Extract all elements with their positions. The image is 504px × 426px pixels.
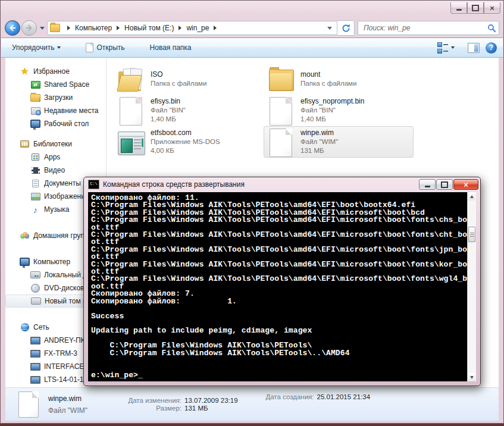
local-disk-icon: [30, 270, 40, 280]
cmd-icon: C:\: [88, 180, 99, 189]
sidebar-item-label: FX-TRM-3: [44, 349, 77, 358]
music-library-icon: ♪: [30, 205, 40, 214]
breadcrumb-separator-icon[interactable]: [117, 26, 120, 30]
dvd-drive-icon: [30, 283, 40, 293]
recent-places-icon: [30, 106, 40, 115]
scroll-down-button[interactable]: [468, 373, 475, 381]
star-icon: ★: [20, 67, 30, 76]
new-folder-button[interactable]: Новая папка: [145, 41, 196, 54]
console-minimize-button[interactable]: [419, 179, 436, 190]
details-file-type: Файл "WIM": [48, 405, 124, 416]
sidebar-item-desktop[interactable]: Рабочий стол: [5, 117, 106, 130]
refresh-button[interactable]: [337, 20, 355, 36]
folder-icon: [267, 65, 295, 93]
file-tile-winpe-selected[interactable]: winpe.wim Файл "WIM" 131 МБ: [264, 126, 414, 158]
file-tile-etfsboot[interactable]: etfsboot.com Приложение MS-DOS 4,00 КБ: [114, 126, 264, 158]
sidebar-item-label: Shared Space: [44, 80, 89, 89]
folder-with-files-icon: [117, 65, 145, 93]
breadcrumb-separator-icon[interactable]: [179, 26, 181, 30]
breadcrumb-item-winpe[interactable]: win_pe: [186, 24, 209, 32]
file-tile-mount[interactable]: mount Папка с файлами: [264, 63, 414, 95]
file-size: 1,40 МБ: [151, 115, 186, 124]
address-bar: Компьютер Новый том (E:) win_pe: [1, 18, 503, 37]
breadcrumb[interactable]: Компьютер Новый том (E:) win_pe: [47, 21, 337, 35]
forward-arrow-icon: [25, 24, 33, 32]
sidebar-item-videos[interactable]: Видео: [5, 164, 106, 177]
sidebar-item-label: Домашняя групп: [33, 231, 88, 240]
sidebar-item-label: Недавние места: [44, 106, 98, 115]
network-pc-icon: [30, 362, 40, 371]
downloads-folder-icon: ↓: [30, 93, 40, 102]
console-title: Командная строка средств развертывания: [103, 180, 418, 189]
address-dropdown-icon[interactable]: [327, 27, 332, 30]
command-toolbar: Упорядочить Открыть Новая папка ?: [1, 37, 503, 58]
console-titlebar[interactable]: C:\ Командная строка средств развертыван…: [84, 177, 480, 192]
file-icon: [267, 128, 295, 156]
file-tile-iso[interactable]: ISO Папка с файлами: [114, 63, 264, 95]
window-controls: ×: [450, 2, 500, 14]
back-button[interactable]: [5, 20, 20, 36]
file-name: etfsboot.com: [151, 129, 220, 137]
preview-pane-button[interactable]: [468, 43, 480, 53]
breadcrumb-item-computer[interactable]: Компьютер: [75, 24, 112, 32]
close-icon: ×: [464, 180, 468, 189]
apps-library-icon: [30, 152, 40, 162]
scroll-up-button[interactable]: [468, 192, 475, 201]
console-maximize-button[interactable]: [436, 179, 453, 190]
file-size: 4,00 КБ: [151, 146, 220, 155]
sidebar-item-recent-places[interactable]: Недавние места: [5, 104, 106, 117]
desktop-icon: [30, 119, 40, 129]
open-button[interactable]: Открыть: [81, 40, 129, 55]
sidebar-item-libraries[interactable]: Библиотеки: [5, 137, 106, 151]
help-button[interactable]: ?: [486, 42, 497, 54]
maximize-button[interactable]: [467, 2, 484, 14]
toolbar-right-group: ?: [433, 40, 497, 55]
console-screen[interactable]: Скопировано файлов: 11. C:\Program Files…: [88, 192, 476, 381]
sidebar-item-label: Загрузки: [44, 93, 73, 102]
close-button[interactable]: ×: [484, 2, 500, 14]
console-scrollbar[interactable]: [467, 192, 476, 381]
explorer-titlebar[interactable]: ×: [1, 1, 503, 18]
search-input[interactable]: [362, 23, 487, 33]
minimize-icon: [456, 9, 462, 11]
sidebar-item-label: Изображения: [44, 192, 89, 201]
folder-icon: [50, 24, 60, 32]
file-type: Папка с файлами: [300, 79, 356, 88]
organize-label: Упорядочить: [12, 43, 54, 52]
console-window: C:\ Командная строка средств развертыван…: [83, 177, 481, 386]
created-date-value: 25.01.2015 21:34: [317, 393, 371, 400]
change-view-button[interactable]: [433, 40, 459, 55]
file-tile-efisys-noprompt[interactable]: efisys_noprompt.bin Файл "BIN" 1,40 МБ: [264, 95, 414, 126]
breadcrumb-separator-icon[interactable]: [214, 26, 217, 30]
recent-pages-dropdown-icon[interactable]: [40, 27, 45, 30]
refresh-icon: [342, 24, 350, 33]
pictures-library-icon: [30, 192, 40, 201]
sidebar-item-label: Сеть: [33, 323, 49, 331]
search-box: [358, 21, 499, 35]
video-library-icon: [30, 165, 40, 175]
minimize-button[interactable]: [450, 2, 467, 14]
breadcrumb-item-volume[interactable]: Новый том (E:): [124, 24, 174, 32]
back-arrow-icon: [8, 24, 17, 32]
file-type: Папка с файлами: [151, 79, 206, 88]
sidebar-item-shared-space[interactable]: ⇄ Shared Space: [5, 78, 106, 91]
chevron-down-icon: [57, 46, 61, 49]
console-close-button[interactable]: ×: [453, 179, 478, 190]
open-label: Открыть: [96, 43, 124, 52]
organize-button[interactable]: Упорядочить: [7, 41, 65, 54]
file-type: Файл "WIM": [300, 137, 338, 146]
file-tile-efisys[interactable]: efisys.bin Файл "BIN" 1,40 МБ: [114, 95, 264, 126]
sidebar-item-label: INTERFACE: [44, 362, 84, 371]
sidebar-item-downloads[interactable]: ↓ Загрузки: [5, 91, 106, 104]
details-file-name: winpe.wim: [48, 393, 124, 405]
sidebar-item-apps[interactable]: Apps: [5, 151, 106, 164]
scrollbar-thumb[interactable]: [468, 227, 475, 242]
views-icon: [437, 43, 448, 52]
breadcrumb-separator-icon[interactable]: [67, 26, 70, 30]
sidebar-item-favorites[interactable]: ★ Избранное: [5, 65, 106, 78]
file-type: Файл "BIN": [300, 106, 364, 115]
sidebar-item-label: Избранное: [33, 67, 70, 76]
forward-button[interactable]: [21, 20, 37, 36]
search-icon[interactable]: [487, 24, 496, 33]
file-size: 1,40 МБ: [300, 115, 364, 124]
